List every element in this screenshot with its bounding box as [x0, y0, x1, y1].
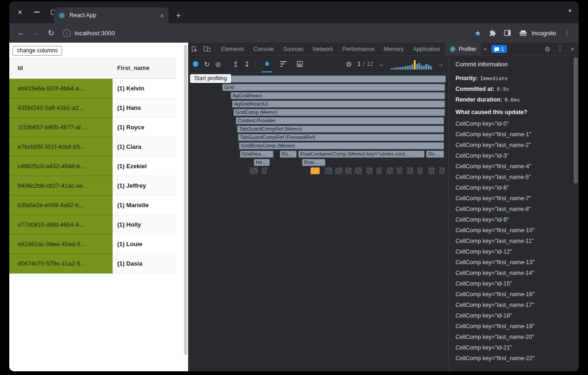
flame-bar[interactable]: GridComp (Memo) [234, 109, 445, 116]
id-cell[interactable]: e62d82ac-0dee-45ad-9… [9, 235, 113, 254]
back-button[interactable]: ← [15, 26, 28, 39]
commit-bar[interactable] [409, 65, 411, 70]
column-header-first-name[interactable]: First_name [113, 57, 176, 79]
commit-bar[interactable] [393, 68, 395, 70]
profiler-settings-button[interactable]: ⚙ [346, 61, 352, 68]
flame-bar[interactable]: Ro… [280, 151, 297, 158]
table-row[interactable]: d77d0810-d8fd-4654-8…(1) Holly [9, 215, 176, 235]
tab-memory[interactable]: Memory [379, 43, 408, 55]
first-name-cell[interactable]: (1) Kelvin [113, 79, 176, 98]
page-scrollbar-thumb[interactable] [184, 44, 187, 355]
ranked-view-tab[interactable] [278, 56, 289, 72]
commit-bar[interactable] [423, 66, 425, 70]
inspect-element-button[interactable] [188, 43, 201, 55]
id-cell[interactable]: 9406c2b6-cb27-41ac-ae… [9, 176, 113, 196]
commit-bar[interactable] [400, 67, 402, 70]
flame-bar[interactable]: Row… [302, 159, 325, 166]
flame-bar[interactable] [195, 76, 446, 83]
update-cause-item[interactable]: CellComp key="last_name-11" [455, 236, 572, 247]
first-name-cell[interactable]: (1) Royce [113, 118, 176, 137]
commit-bar[interactable] [398, 67, 399, 70]
id-cell[interactable]: 435bf243-5aff-41b1-a2… [9, 98, 113, 118]
page-scrollbar[interactable] [184, 44, 188, 370]
update-cause-item[interactable]: CellComp key="last_name-2" [455, 140, 572, 151]
first-name-cell[interactable]: (1) Hans [113, 98, 176, 118]
flame-bar[interactable]: He… [254, 159, 270, 166]
flame-chart[interactable]: Start profiling GridAgGridReactAgGridRea… [188, 73, 449, 371]
side-panel-icon[interactable] [504, 29, 511, 37]
forward-button[interactable]: → [30, 26, 43, 39]
tab-network[interactable]: Network [308, 43, 338, 55]
update-cause-item[interactable]: CellComp key="last_name-17" [455, 300, 572, 311]
window-minimize-button[interactable] [32, 8, 41, 16]
flame-bar[interactable]: RowContainerComp (Memo) key="center-cont… [298, 151, 424, 158]
tab-application[interactable]: Application [408, 43, 445, 55]
first-name-cell[interactable]: (1) Dasia [113, 254, 176, 273]
id-cell[interactable]: d77d0810-d8fd-4654-8… [9, 215, 113, 235]
tab-search-chevron-icon[interactable]: ▾ [569, 7, 571, 14]
devtools-menu-button[interactable]: ⋮ [554, 43, 566, 55]
update-cause-item[interactable]: CellComp key="id-6" [455, 183, 572, 193]
tab-close-button[interactable]: × [160, 12, 164, 19]
flame-bar[interactable] [386, 167, 393, 174]
update-cause-item[interactable]: CellComp key="id-15" [455, 279, 572, 289]
update-cause-item[interactable]: CellComp key="first_name-1" [455, 129, 572, 140]
commit-bar[interactable] [430, 66, 432, 70]
flame-bar[interactable]: Ro… [426, 151, 444, 158]
update-cause-item[interactable]: CellComp key="first_name-7" [455, 193, 572, 204]
update-cause-item[interactable]: CellComp key="first_name-13" [455, 257, 572, 268]
flame-bar[interactable]: TabGuardCompRef (Memo) [237, 126, 444, 133]
browser-menu-button[interactable]: ⋮ [563, 29, 570, 37]
flame-bar[interactable]: AgGridReact [231, 92, 445, 99]
commit-bar[interactable] [425, 64, 427, 70]
commit-bar[interactable] [407, 66, 409, 70]
update-cause-item[interactable]: CellComp key="first_name-4" [455, 161, 572, 172]
id-cell[interactable]: e7bcb55f-301f-4cb8-b5… [9, 137, 113, 157]
first-name-cell[interactable]: (1) Holly [113, 215, 176, 235]
update-cause-item[interactable]: CellComp key="last_name-20" [455, 332, 572, 343]
tab-elements[interactable]: Elements [216, 43, 249, 55]
new-tab-button[interactable]: + [176, 12, 181, 20]
flame-bar[interactable] [397, 167, 402, 174]
first-name-cell[interactable]: (1) Jeffrey [113, 176, 176, 196]
id-cell[interactable]: eb815e6a-920f-4b64-a… [9, 79, 113, 98]
bookmark-star-icon[interactable]: ★ [474, 29, 481, 38]
flame-bar[interactable]: AgGridReactUi [232, 101, 445, 108]
table-row[interactable]: e62d82ac-0dee-45ad-9…(1) Louie [9, 235, 176, 254]
first-name-cell[interactable]: (1) Ciara [113, 137, 176, 157]
commit-bar[interactable] [421, 65, 423, 70]
clear-profile-button[interactable]: ⊘ [215, 61, 221, 68]
flamegraph-view-tab[interactable] [261, 56, 272, 72]
commit-bar[interactable] [395, 68, 397, 70]
devtools-scrollbar[interactable] [574, 57, 578, 370]
commit-bar[interactable] [405, 66, 406, 70]
update-cause-item[interactable]: CellComp key="first_name-22" [455, 353, 572, 364]
flame-bar[interactable] [335, 167, 342, 174]
import-profile-button[interactable]: ↥ [233, 61, 239, 68]
table-row[interactable]: 9406c2b6-cb27-41ac-ae…(1) Jeffrey [9, 176, 176, 196]
record-button[interactable] [193, 61, 198, 67]
flame-bar[interactable] [439, 167, 445, 174]
first-name-cell[interactable]: (1) Ezekiel [113, 157, 176, 176]
site-info-icon[interactable]: i [63, 29, 71, 37]
table-row[interactable]: 1f15b657-b805-4877-af…(1) Royce [9, 118, 176, 137]
devtools-scrollbar-thumb[interactable] [574, 57, 578, 184]
devtools-close-button[interactable]: × [566, 43, 579, 55]
export-profile-button[interactable]: ↧ [244, 61, 250, 68]
first-name-cell[interactable]: (1) Marielle [113, 196, 176, 215]
commit-selector[interactable] [391, 58, 432, 70]
table-row[interactable]: e7bcb55f-301f-4cb8-b5…(1) Ciara [9, 137, 176, 157]
commit-bar[interactable] [428, 65, 430, 70]
flame-bar[interactable] [376, 167, 382, 174]
update-cause-item[interactable]: CellComp key="last_name-5" [455, 172, 572, 183]
commit-bar[interactable] [391, 68, 392, 70]
timeline-view-tab[interactable] [294, 56, 305, 72]
flame-bar[interactable] [261, 167, 267, 174]
update-cause-item[interactable]: CellComp key="id-3" [455, 151, 572, 161]
flame-bar[interactable] [428, 167, 435, 174]
extensions-puzzle-icon[interactable] [488, 29, 496, 37]
next-commit-button[interactable]: → [437, 60, 444, 68]
commit-bar[interactable] [414, 60, 416, 70]
first-name-cell[interactable]: (1) Louie [113, 235, 176, 254]
reload-and-profile-button[interactable]: ↻ [204, 61, 210, 68]
